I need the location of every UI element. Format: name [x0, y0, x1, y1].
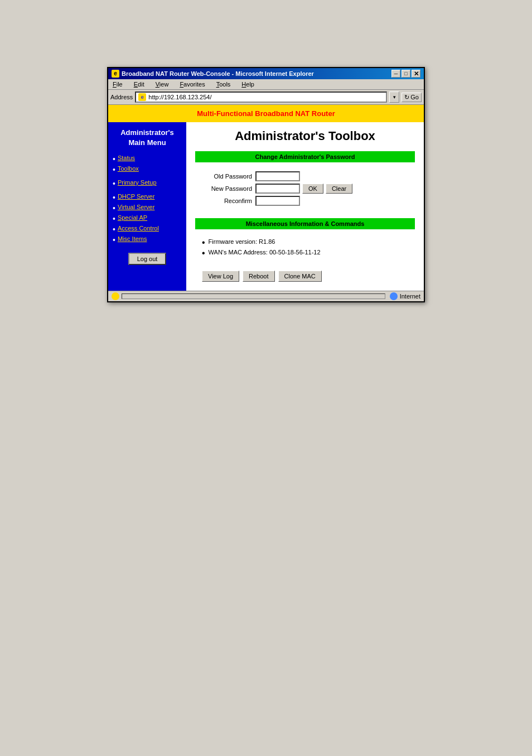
- go-label: Go: [410, 94, 419, 100]
- old-password-label: Old Password: [202, 173, 252, 180]
- sidebar-link-status[interactable]: Status: [118, 155, 135, 161]
- status-page-icon: [112, 292, 119, 300]
- internet-label: Internet: [400, 293, 420, 300]
- title-bar-left: e Broadband NAT Router Web-Console - Mic…: [112, 70, 314, 78]
- logout-button[interactable]: Log out: [128, 253, 167, 265]
- status-bar: Internet: [108, 291, 424, 301]
- close-button[interactable]: ✕: [412, 70, 420, 78]
- address-label: Address: [110, 94, 133, 100]
- menu-file[interactable]: File: [110, 80, 125, 88]
- wan-mac-address: WAN's MAC Address: 00-50-18-56-11-12: [202, 249, 408, 258]
- status-left: [112, 292, 385, 300]
- page-title: Administrator's Toolbox: [195, 129, 415, 143]
- misc-section: Miscellaneous Information & Commands Fir…: [195, 218, 415, 284]
- header-banner: Multi-Functional Broadband NAT Router: [108, 105, 424, 122]
- menu-bar: File Edit View Favorites Tools Help: [108, 79, 424, 90]
- misc-buttons: View Log Reboot Clone MAC: [195, 268, 415, 284]
- address-input[interactable]: [148, 94, 384, 100]
- sidebar-link-primary-setup[interactable]: Primary Setup: [118, 179, 157, 186]
- sidebar-link-dhcp[interactable]: DHCP Server: [118, 193, 154, 200]
- new-password-label: New Password: [202, 185, 252, 192]
- maximize-button[interactable]: □: [402, 70, 410, 78]
- reboot-button[interactable]: Reboot: [243, 271, 274, 282]
- firmware-version-text: Firmware version: R1.86: [209, 238, 275, 245]
- sidebar-link-misc[interactable]: Misc Items: [118, 235, 147, 242]
- misc-info-list: Firmware version: R1.86 WAN's MAC Addres…: [195, 235, 415, 263]
- sidebar-item-access-control[interactable]: Access Control: [113, 225, 182, 233]
- menu-edit[interactable]: Edit: [132, 80, 147, 88]
- sidebar-item-dhcp[interactable]: DHCP Server: [113, 193, 182, 201]
- go-button[interactable]: ↻ Go: [402, 93, 422, 102]
- page-content: Multi-Functional Broadband NAT Router Ad…: [108, 105, 424, 291]
- status-right: Internet: [390, 292, 420, 300]
- sidebar-item-misc[interactable]: Misc Items: [113, 235, 182, 244]
- sidebar-link-virtual-server[interactable]: Virtual Server: [118, 204, 154, 210]
- title-bar-buttons: ─ □ ✕: [391, 70, 420, 78]
- clone-mac-button[interactable]: Clone MAC: [278, 271, 322, 282]
- sidebar-main-nav: Status Toolbox: [113, 155, 182, 174]
- sidebar-primary-nav: Primary Setup: [113, 179, 182, 187]
- view-log-button[interactable]: View Log: [202, 271, 239, 282]
- menu-favorites[interactable]: Favorites: [177, 80, 207, 88]
- browser-icon: e: [112, 70, 119, 78]
- sidebar: Administrator'sMain Menu Status Toolbox …: [108, 122, 186, 291]
- minimize-button[interactable]: ─: [391, 70, 400, 78]
- menu-tools[interactable]: Tools: [214, 80, 233, 88]
- content-area: Administrator's Toolbox Change Administr…: [186, 122, 424, 291]
- sidebar-item-primary-setup[interactable]: Primary Setup: [113, 179, 182, 187]
- sidebar-sub-nav: DHCP Server Virtual Server Special AP Ac…: [113, 193, 182, 244]
- globe-icon: [390, 292, 398, 300]
- reconfirm-label: Reconfirm: [202, 198, 252, 204]
- sidebar-item-virtual-server[interactable]: Virtual Server: [113, 204, 182, 212]
- sidebar-item-status[interactable]: Status: [113, 155, 182, 163]
- ok-button[interactable]: OK: [302, 184, 323, 194]
- address-bar: Address e ▾ ↻ Go: [108, 90, 424, 105]
- address-dropdown[interactable]: ▾: [389, 92, 399, 103]
- sidebar-logout: Log out: [113, 253, 182, 265]
- window-title: Broadband NAT Router Web-Console - Micro…: [122, 70, 314, 77]
- firmware-version: Firmware version: R1.86: [202, 238, 408, 247]
- password-buttons: OK Clear: [302, 184, 352, 194]
- sidebar-item-toolbox[interactable]: Toolbox: [113, 165, 182, 174]
- password-form: Old Password New Password OK Clear: [195, 168, 415, 211]
- sidebar-link-toolbox[interactable]: Toolbox: [118, 165, 139, 172]
- page-icon: e: [138, 93, 146, 101]
- status-progress-bar: [122, 293, 385, 299]
- sidebar-item-special-ap[interactable]: Special AP: [113, 214, 182, 223]
- new-password-input[interactable]: [255, 184, 300, 194]
- new-reconfirm-row: New Password OK Clear Reconfirm: [202, 184, 408, 206]
- address-input-wrapper: e: [135, 92, 387, 103]
- wan-mac-text: WAN's MAC Address: 00-50-18-56-11-12: [209, 249, 321, 256]
- sidebar-link-access-control[interactable]: Access Control: [118, 225, 159, 232]
- main-layout: Administrator'sMain Menu Status Toolbox …: [108, 122, 424, 291]
- clear-button[interactable]: Clear: [326, 184, 352, 194]
- go-icon: ↻: [404, 94, 409, 101]
- browser-window: e Broadband NAT Router Web-Console - Mic…: [107, 67, 425, 302]
- misc-section-header: Miscellaneous Information & Commands: [195, 218, 415, 229]
- old-password-input[interactable]: [255, 171, 300, 181]
- sidebar-link-special-ap[interactable]: Special AP: [118, 214, 147, 221]
- title-bar: e Broadband NAT Router Web-Console - Mic…: [108, 68, 424, 79]
- menu-help[interactable]: Help: [239, 80, 257, 88]
- reconfirm-input[interactable]: [255, 196, 300, 206]
- sidebar-title: Administrator'sMain Menu: [113, 128, 182, 148]
- menu-view[interactable]: View: [153, 80, 171, 88]
- old-password-row: Old Password: [202, 171, 408, 181]
- banner-text: Multi-Functional Broadband NAT Router: [197, 109, 335, 118]
- password-section-header: Change Administrator's Password: [195, 151, 415, 162]
